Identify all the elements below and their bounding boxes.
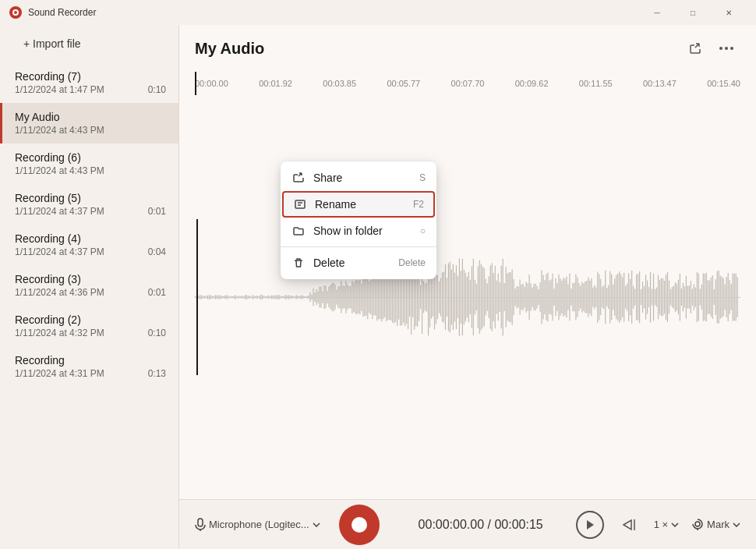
recording-date: 1/11/2024 at 4:37 PM xyxy=(15,206,104,217)
timeline-marker: 00:11.55 xyxy=(579,79,613,88)
record-button-inner xyxy=(352,517,367,533)
timeline-cursor xyxy=(195,72,196,95)
recording-title: Recording (3) xyxy=(15,273,166,285)
timeline: 00:00.0000:01.9200:03.8500:05.7700:07.70… xyxy=(179,72,756,95)
recording-item-1[interactable]: My Audio 1/11/2024 at 4:43 PM xyxy=(0,103,178,143)
recording-duration: 0:13 xyxy=(148,368,166,379)
svg-point-2 xyxy=(719,47,722,50)
recording-date: 1/11/2024 at 4:43 PM xyxy=(15,125,104,136)
svg-rect-356 xyxy=(198,519,203,526)
recording-title: Recording (7) xyxy=(15,70,166,83)
timeline-labels: 00:00.0000:01.9200:03.8500:05.7700:07.70… xyxy=(195,79,740,88)
skip-to-start-button[interactable] xyxy=(616,512,641,537)
timeline-marker: 00:07.70 xyxy=(451,79,485,88)
menu-folder-shortcut: ○ xyxy=(420,225,426,236)
record-button[interactable] xyxy=(339,505,380,545)
svg-point-4 xyxy=(730,47,733,50)
recording-date: 1/11/2024 at 4:32 PM xyxy=(15,328,104,338)
microphone-select[interactable]: Microphone (Logitec... xyxy=(195,518,320,532)
menu-rename-shortcut: F2 xyxy=(413,199,424,210)
recording-meta: 1/11/2024 at 4:32 PM 0:10 xyxy=(15,328,166,338)
mic-icon xyxy=(195,518,206,532)
recording-duration: 0:10 xyxy=(148,84,166,95)
speed-label: 1 × xyxy=(654,519,668,530)
recording-item-6[interactable]: Recording (2) 1/11/2024 at 4:32 PM 0:10 xyxy=(0,306,178,346)
more-options-button[interactable] xyxy=(712,34,740,62)
speed-chevron-icon xyxy=(671,522,679,527)
menu-share-shortcut: S xyxy=(419,172,426,183)
recording-title: Recording (2) xyxy=(15,313,166,326)
menu-item-delete[interactable]: Delete Delete xyxy=(281,250,436,276)
recording-title: Recording (4) xyxy=(15,232,166,245)
title-bar: Sound Recorder ─ □ ✕ xyxy=(0,0,756,25)
recording-date: 1/11/2024 at 4:43 PM xyxy=(15,165,104,176)
recording-duration: 0:01 xyxy=(148,287,166,298)
waveform-center-line xyxy=(195,297,740,298)
close-button[interactable]: ✕ xyxy=(711,0,747,25)
menu-item-rename[interactable]: Rename F2 xyxy=(282,191,435,218)
recording-meta: 1/12/2024 at 1:47 PM 0:10 xyxy=(15,84,166,95)
recording-duration: 0:04 xyxy=(148,246,166,257)
recording-title: Recording (5) xyxy=(15,192,166,204)
timeline-marker: 00:09.62 xyxy=(515,79,549,88)
recording-item-3[interactable]: Recording (5) 1/11/2024 at 4:37 PM 0:01 xyxy=(0,184,178,225)
recording-item-4[interactable]: Recording (4) 1/11/2024 at 4:37 PM 0:04 xyxy=(0,225,178,265)
menu-delete-shortcut: Delete xyxy=(398,257,426,268)
recording-date: 1/11/2024 at 4:31 PM xyxy=(15,368,104,379)
rename-icon xyxy=(293,197,307,211)
recording-meta: 1/11/2024 at 4:37 PM 0:04 xyxy=(15,246,166,257)
recording-title: My Audio xyxy=(15,111,166,123)
import-file-button[interactable]: + Import file xyxy=(12,33,92,55)
trash-icon xyxy=(291,256,306,270)
recording-date: 1/12/2024 at 1:47 PM xyxy=(15,84,104,95)
timeline-marker: 00:15.40 xyxy=(707,79,740,88)
sidebar: + Import file Recording (7) 1/12/2024 at… xyxy=(0,25,179,549)
menu-item-show-in-folder[interactable]: Show in folder ○ xyxy=(281,218,436,244)
recording-item-2[interactable]: Recording (6) 1/11/2024 at 4:43 PM xyxy=(0,143,178,184)
minimize-button[interactable]: ─ xyxy=(639,0,675,25)
menu-divider xyxy=(281,246,436,247)
bottom-bar: Microphone (Logitec... 00:00:00.00 / 00:… xyxy=(179,499,756,549)
menu-delete-label: Delete xyxy=(313,257,344,269)
menu-rename-label: Rename xyxy=(315,198,356,211)
mark-button[interactable]: Mark xyxy=(691,519,740,531)
play-icon xyxy=(585,519,595,530)
recording-meta: 1/11/2024 at 4:31 PM 0:13 xyxy=(15,368,166,379)
svg-rect-355 xyxy=(295,200,305,208)
context-menu: Share S Rename F2 S xyxy=(281,161,436,279)
recording-item-5[interactable]: Recording (3) 1/11/2024 at 4:36 PM 0:01 xyxy=(0,265,178,306)
speed-button[interactable]: 1 × xyxy=(654,519,679,530)
header-actions xyxy=(681,34,740,62)
recording-date: 1/11/2024 at 4:37 PM xyxy=(15,246,104,257)
recording-date: 1/11/2024 at 4:36 PM xyxy=(15,287,104,298)
app-title: Sound Recorder xyxy=(28,7,639,18)
share-icon xyxy=(291,171,306,185)
waveform-area[interactable] xyxy=(179,95,756,499)
folder-icon xyxy=(291,224,306,238)
timeline-marker: 00:01.92 xyxy=(259,79,292,88)
window-controls: ─ □ ✕ xyxy=(639,0,747,25)
time-display: 00:00:00.00 / 00:00:15 xyxy=(398,518,563,532)
recording-list: Recording (7) 1/12/2024 at 1:47 PM 0:10 … xyxy=(0,62,178,387)
recording-item-0[interactable]: Recording (7) 1/12/2024 at 1:47 PM 0:10 xyxy=(0,62,178,103)
share-header-button[interactable] xyxy=(681,34,709,62)
play-button[interactable] xyxy=(576,511,604,539)
svg-point-3 xyxy=(725,47,728,50)
menu-item-share[interactable]: Share S xyxy=(281,165,436,191)
svg-point-1 xyxy=(14,11,17,14)
main-content: My Audio 00: xyxy=(179,25,756,549)
recording-title: Recording (6) xyxy=(15,151,166,164)
page-title: My Audio xyxy=(195,40,264,58)
svg-point-357 xyxy=(695,522,700,526)
app-icon xyxy=(9,6,22,19)
maximize-button[interactable]: □ xyxy=(675,0,711,25)
recording-meta: 1/11/2024 at 4:37 PM 0:01 xyxy=(15,206,166,217)
recording-meta: 1/11/2024 at 4:43 PM xyxy=(15,165,166,176)
mark-label: Mark xyxy=(707,519,730,530)
location-icon xyxy=(691,519,704,531)
waveform-canvas xyxy=(195,219,740,375)
recording-item-7[interactable]: Recording 1/11/2024 at 4:31 PM 0:13 xyxy=(0,346,178,387)
sidebar-header: + Import file xyxy=(0,25,178,62)
recording-meta: 1/11/2024 at 4:43 PM xyxy=(15,125,166,136)
main-header: My Audio xyxy=(179,25,756,72)
